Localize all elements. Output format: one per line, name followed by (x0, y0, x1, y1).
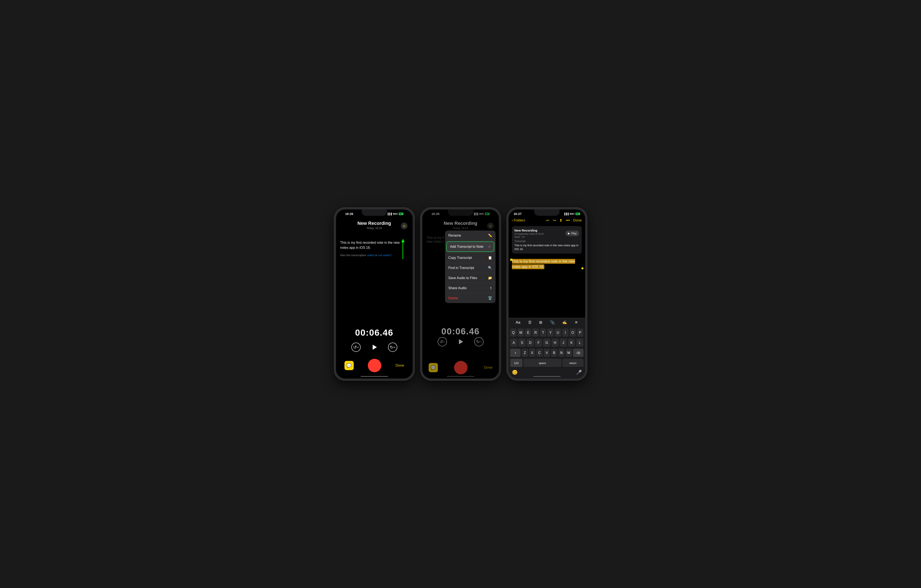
save-audio-icon: 📁 (488, 276, 492, 280)
key-q[interactable]: Q (510, 328, 517, 337)
menu-item-add-transcript[interactable]: Add Transcript to Note ≡ (446, 241, 494, 252)
menu-item-save-audio[interactable]: Save Audio to Files 📁 (445, 273, 496, 283)
useful-link-1[interactable]: useful (367, 253, 374, 257)
menu-item-find-transcript[interactable]: Find in Transcript 🔍 (445, 263, 496, 273)
key-l[interactable]: L (576, 339, 583, 347)
status-bar-1: 16:26 ▐▐▐ WiFi 98+ (340, 210, 408, 216)
highlighted-text-wrapper: This is my first recorded note in the ne… (512, 259, 582, 270)
key-123[interactable]: 123 (510, 359, 522, 367)
home-indicator-3 (533, 376, 561, 377)
add-transcript-icon: ≡ (488, 245, 490, 249)
skip-forward-btn-1[interactable]: ↻ 15 (388, 343, 397, 352)
key-i[interactable]: I (562, 328, 569, 337)
phone-2: 16:26 ▐▐▐ WiFi 98+ ⊙ New Recording Today… (421, 208, 501, 380)
more-icon[interactable]: ••• (566, 218, 570, 223)
key-a[interactable]: A (510, 339, 517, 347)
not-useful-link-1[interactable]: not useful? (378, 253, 392, 257)
toolbar-close-icon[interactable]: ✕ (574, 320, 578, 325)
key-g[interactable]: G (543, 339, 550, 347)
screenshots-container: 16:26 ▐▐▐ WiFi 98+ ⊙ New Recording (334, 208, 587, 380)
card-audio: Audio · 6s (514, 236, 544, 238)
timer-1: 00:06.46 (340, 328, 408, 338)
redo-icon[interactable]: ↪ (553, 218, 556, 223)
play-pill[interactable]: ▶ Play (565, 231, 579, 236)
key-shift[interactable]: ⇧ (510, 349, 521, 357)
recording-card: New Recording 16 September 2024 at 16:25… (512, 226, 582, 253)
chevron-left-icon: ‹ (512, 219, 513, 222)
key-v[interactable]: V (544, 349, 550, 357)
key-x[interactable]: X (529, 349, 535, 357)
key-w[interactable]: W (517, 328, 524, 337)
key-h[interactable]: H (552, 339, 559, 347)
key-p[interactable]: P (577, 328, 583, 337)
highlighted-text[interactable]: This is my first recorded note in the ne… (512, 259, 575, 269)
microphone-button[interactable]: 🎤 (576, 370, 582, 375)
key-e[interactable]: E (525, 328, 531, 337)
signal-icon-3: ▐▐▐ (564, 213, 569, 215)
toolbar-attachment-icon[interactable]: 📎 (550, 320, 555, 325)
key-k[interactable]: K (568, 339, 575, 347)
card-title: New Recording (514, 229, 544, 232)
find-transcript-label: Find in Transcript (448, 266, 474, 270)
chat-button-1[interactable]: 💬 (345, 361, 354, 370)
toolbar-compose-icon[interactable]: ✍ (562, 320, 567, 325)
toolbar: Aa ☰ ⊞ 📎 ✍ ✕ (509, 318, 585, 327)
keyboard-bottom: 😊 🎤 (510, 369, 584, 377)
key-n[interactable]: N (558, 349, 565, 357)
key-u[interactable]: U (555, 328, 561, 337)
card-info: New Recording 16 September 2024 at 16:25… (514, 229, 544, 238)
wifi-icon-1: WiFi (393, 213, 398, 215)
toolbar-aa-icon[interactable]: Aa (516, 320, 521, 325)
key-return[interactable]: return (563, 359, 584, 367)
key-r[interactable]: R (532, 328, 539, 337)
emoji-button[interactable]: 😊 (512, 370, 517, 375)
key-y[interactable]: Y (547, 328, 553, 337)
folders-label: Folders (514, 219, 525, 222)
key-s[interactable]: S (519, 339, 526, 347)
status-icons-1: ▐▐▐ WiFi 98+ (387, 213, 404, 215)
key-c[interactable]: C (536, 349, 543, 357)
record-button-1[interactable] (368, 359, 381, 372)
arrow-line (402, 242, 403, 259)
skip-back-btn-1[interactable]: ↺ 15 (351, 343, 361, 352)
playback-controls-1: ↺ 15 ↻ 15 (340, 342, 408, 352)
wifi-icon-3: WiFi (570, 213, 574, 215)
copy-transcript-icon: 📋 (488, 256, 492, 260)
toolbar-list-icon[interactable]: ☰ (528, 320, 532, 325)
key-z[interactable]: Z (522, 349, 528, 357)
key-t[interactable]: T (540, 328, 546, 337)
keyboard: Q W E R T Y U I O P A S (509, 327, 585, 378)
done-button-3[interactable]: Done (573, 218, 582, 223)
done-button-1[interactable]: Done (395, 364, 404, 368)
copy-transcript-label: Copy Transcript (448, 256, 472, 260)
toolbar-table-icon[interactable]: ⊞ (539, 320, 542, 325)
menu-item-share-audio[interactable]: Share Audio ⬆ (445, 283, 496, 293)
back-button[interactable]: ‹ Folders (512, 219, 525, 222)
key-row-3: ⇧ Z X C V B N M ⌫ (510, 349, 584, 357)
key-row-2: A S D F G H J K L (510, 339, 584, 347)
more-button-1[interactable]: ⊙ (401, 223, 408, 229)
key-d[interactable]: D (527, 339, 534, 347)
signal-icon-1: ▐▐▐ (387, 213, 392, 215)
play-btn-1[interactable] (369, 342, 379, 352)
key-j[interactable]: J (560, 339, 567, 347)
play-pill-label: Play (571, 232, 576, 235)
delete-label: Delete (448, 296, 458, 300)
key-delete[interactable]: ⌫ (573, 349, 584, 357)
key-b[interactable]: B (551, 349, 557, 357)
recording-screen-1: 16:26 ▐▐▐ WiFi 98+ ⊙ New Recording (336, 210, 413, 378)
key-m[interactable]: M (566, 349, 572, 357)
rename-icon: ✏️ (488, 234, 492, 237)
key-f[interactable]: F (535, 339, 542, 347)
key-o[interactable]: O (570, 328, 576, 337)
phone-1: 16:26 ▐▐▐ WiFi 98+ ⊙ New Recording (334, 208, 414, 380)
save-audio-label: Save Audio to Files (448, 276, 477, 280)
key-space[interactable]: space (524, 359, 561, 367)
share-audio-icon: ⬆ (490, 286, 492, 290)
menu-item-delete[interactable]: Delete 🗑️ (445, 293, 496, 303)
share-icon[interactable]: ⬆ (559, 218, 563, 223)
selection-handle-top (510, 259, 513, 261)
menu-item-copy-transcript[interactable]: Copy Transcript 📋 (445, 253, 496, 263)
menu-item-rename[interactable]: Rename ✏️ (445, 231, 496, 240)
undo-icon[interactable]: ↩ (546, 218, 549, 223)
